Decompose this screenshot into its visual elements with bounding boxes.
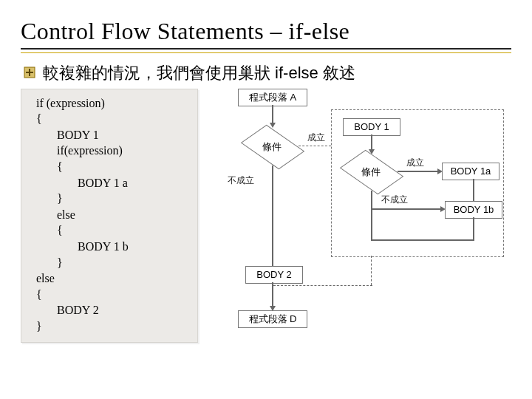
title-underline bbox=[21, 48, 511, 50]
edge-dashed bbox=[299, 146, 331, 146]
edge bbox=[371, 210, 372, 241]
flowchart: 程式段落 A 條件 成立 不成立 BODY 1 條件 bbox=[213, 89, 508, 355]
flow-body1b: BODY 1b bbox=[445, 201, 502, 219]
edge bbox=[371, 208, 442, 210]
edge bbox=[473, 179, 474, 201]
code-line: } bbox=[36, 318, 193, 335]
page-title: Control Flow Statements – if-else bbox=[21, 18, 511, 45]
code-example: if (expression) { BODY 1 if(expression) … bbox=[21, 89, 198, 343]
bullet-text: 較複雜的情況，我們會使用巢狀 if-else 敘述 bbox=[43, 62, 355, 84]
slide: Control Flow Statements – if-else 較複雜的情況… bbox=[0, 0, 532, 366]
code-line: else bbox=[57, 207, 193, 223]
label-false: 不成立 bbox=[228, 174, 254, 187]
code-line: if(expression) bbox=[57, 143, 193, 159]
bullet-icon bbox=[24, 66, 35, 78]
label-true: 成立 bbox=[307, 132, 325, 144]
flow-body2: BODY 2 bbox=[245, 266, 303, 284]
code-line: } bbox=[57, 255, 193, 271]
cond1-label: 條件 bbox=[256, 140, 288, 154]
code-line: } bbox=[57, 191, 193, 207]
cond2-label: 條件 bbox=[355, 166, 387, 179]
flow-block-d: 程式段落 D bbox=[238, 310, 307, 328]
code-line: { bbox=[36, 287, 193, 303]
label-false2: 不成立 bbox=[381, 194, 408, 206]
bullet: 較複雜的情況，我們會使用巢狀 if-else 敘述 bbox=[24, 62, 511, 84]
edge bbox=[473, 217, 474, 239]
edge-dashed-v bbox=[371, 256, 372, 285]
code-line: if (expression) bbox=[36, 95, 193, 112]
flow-body1: BODY 1 bbox=[343, 118, 400, 136]
code-line: else bbox=[36, 270, 193, 287]
code-line: { bbox=[57, 222, 193, 239]
edge bbox=[272, 282, 273, 307]
edge bbox=[398, 171, 439, 172]
flow-block-a: 程式段落 A bbox=[238, 89, 307, 106]
edge bbox=[272, 105, 273, 124]
edge bbox=[272, 166, 273, 266]
code-line: BODY 2 bbox=[57, 302, 193, 318]
code-line: BODY 1 b bbox=[78, 239, 193, 255]
edge bbox=[371, 134, 372, 151]
flow-body1a: BODY 1a bbox=[442, 163, 499, 180]
content-row: if (expression) { BODY 1 if(expression) … bbox=[21, 89, 511, 355]
edge bbox=[371, 191, 372, 208]
code-line: BODY 1 bbox=[57, 127, 193, 143]
edge-dashed bbox=[273, 285, 372, 286]
label-true2: 成立 bbox=[406, 157, 424, 169]
edge bbox=[371, 239, 474, 241]
code-line: { bbox=[36, 111, 193, 127]
code-line: { bbox=[57, 159, 193, 175]
accent-line bbox=[21, 51, 511, 53]
code-line: BODY 1 a bbox=[78, 175, 193, 191]
